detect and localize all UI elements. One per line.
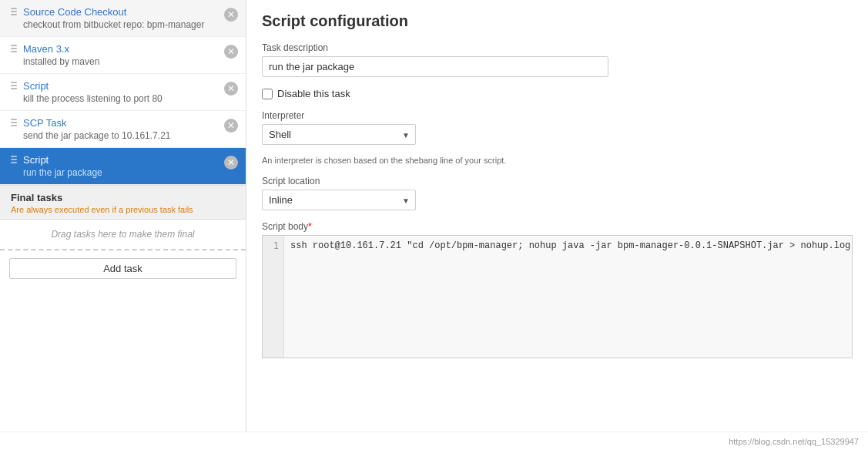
interpreter-select-wrapper: ShellBashPythonPowerShell: [262, 124, 416, 145]
drag-handle: [11, 82, 18, 89]
interpreter-select[interactable]: ShellBashPythonPowerShell: [262, 124, 416, 145]
section-title: Script configuration: [262, 12, 853, 30]
task-remove-button[interactable]: ✕: [224, 156, 238, 170]
task-remove-button[interactable]: ✕: [224, 82, 238, 96]
final-tasks-title: Final tasks: [11, 192, 238, 203]
task-content: Source Code Checkout checkout from bitbu…: [23, 6, 220, 30]
task-title: Maven 3.x: [23, 43, 220, 55]
task-remove-button[interactable]: ✕: [224, 119, 238, 133]
drag-handle: [11, 156, 18, 163]
task-subtitle: send the jar package to 10.161.7.21: [23, 130, 220, 141]
task-desc-label: Task description: [262, 42, 853, 53]
main-container: Source Code Checkout checkout from bitbu…: [0, 0, 868, 432]
interpreter-label: Interpreter: [262, 110, 853, 121]
task-subtitle: kill the process listening to port 80: [23, 93, 220, 104]
task-item-task-5[interactable]: Script run the jar package ✕: [0, 148, 246, 185]
task-title: Script: [23, 80, 220, 92]
task-title: Source Code Checkout: [23, 6, 220, 18]
task-remove-button[interactable]: ✕: [224, 8, 238, 22]
final-tasks-desc: Are always executed even if a previous t…: [11, 205, 238, 214]
task-content: Maven 3.x installed by maven: [23, 43, 220, 67]
script-location-label: Script location: [262, 176, 853, 186]
disable-task-checkbox[interactable]: [262, 89, 273, 99]
drag-handle: [11, 119, 18, 126]
interpreter-group: Interpreter ShellBashPythonPowerShell: [262, 110, 853, 145]
left-panel: Source Code Checkout checkout from bitbu…: [0, 0, 246, 432]
watermark: https://blog.csdn.net/qq_15329947: [729, 437, 859, 446]
drag-here-zone: Drag tasks here to make them final: [0, 220, 246, 250]
drag-handle: [11, 8, 18, 15]
task-content: Script kill the process listening to por…: [23, 80, 220, 104]
task-content: Script run the jar package: [23, 154, 220, 178]
task-subtitle: checkout from bitbucket repo: bpm-manage…: [23, 19, 220, 30]
disable-task-row: Disable this task: [262, 88, 853, 99]
script-location-select[interactable]: InlineFile: [262, 190, 416, 210]
task-subtitle: run the jar package: [23, 167, 220, 178]
script-body-label: Script body*: [262, 221, 853, 232]
drag-handle: [11, 45, 18, 52]
task-description-group: Task description: [262, 42, 853, 77]
interpreter-helper: An interpreter is chosen based on the sh…: [262, 156, 853, 165]
line-numbers: 1: [263, 236, 284, 358]
script-editor[interactable]: 1 ssh root@10.161.7.21 "cd /opt/bpm-mana…: [262, 235, 853, 358]
right-panel: Script configuration Task description Di…: [246, 0, 868, 432]
task-title: Script: [23, 154, 220, 166]
task-content: SCP Task send the jar package to 10.161.…: [23, 117, 220, 141]
final-tasks-section: Final tasks Are always executed even if …: [0, 185, 246, 220]
task-item-task-2[interactable]: Maven 3.x installed by maven ✕: [0, 37, 246, 74]
task-item-task-4[interactable]: SCP Task send the jar package to 10.161.…: [0, 111, 246, 148]
task-remove-button[interactable]: ✕: [224, 45, 238, 59]
add-task-button[interactable]: Add task: [9, 258, 236, 279]
disable-task-label: Disable this task: [277, 88, 350, 99]
script-location-select-wrapper: InlineFile: [262, 190, 416, 210]
required-star: *: [308, 221, 312, 232]
task-list: Source Code Checkout checkout from bitbu…: [0, 0, 246, 185]
code-area[interactable]: ssh root@10.161.7.21 "cd /opt/bpm-manage…: [284, 236, 852, 358]
task-item-task-3[interactable]: Script kill the process listening to por…: [0, 74, 246, 111]
task-title: SCP Task: [23, 117, 220, 129]
task-item-task-1[interactable]: Source Code Checkout checkout from bitbu…: [0, 0, 246, 37]
task-subtitle: installed by maven: [23, 56, 220, 67]
script-location-group: Script location InlineFile: [262, 176, 853, 210]
footer: https://blog.csdn.net/qq_15329947: [0, 432, 868, 450]
script-body-group: Script body* 1 ssh root@10.161.7.21 "cd …: [262, 221, 853, 358]
task-desc-input[interactable]: [262, 56, 608, 77]
